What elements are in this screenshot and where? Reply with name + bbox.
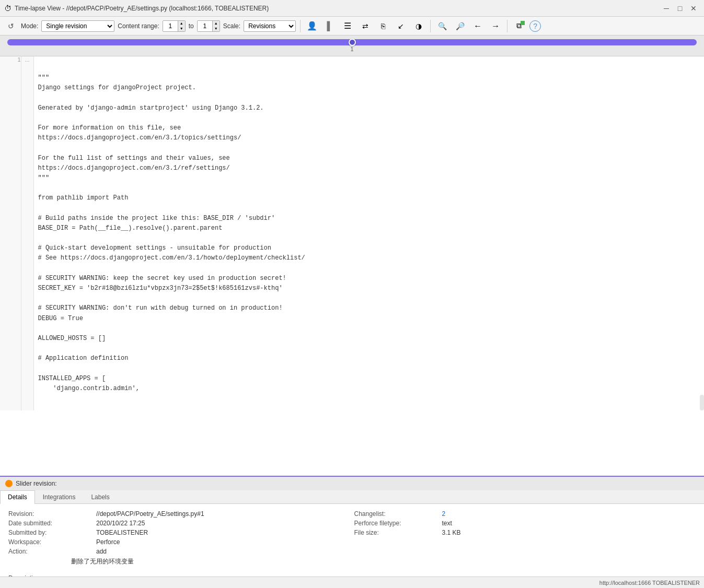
- bottom-panel: Slider revision: Details Integrations La…: [0, 476, 704, 588]
- changelist-link[interactable]: 2: [442, 510, 446, 518]
- to-label: to: [189, 22, 194, 30]
- code-table: 1 ... """ Django settings for djangoProj…: [0, 56, 704, 410]
- range-from-up-button[interactable]: ▲: [178, 21, 185, 26]
- slider-info: Slider revision:: [0, 477, 704, 490]
- filetype-label: Perforce filetype:: [354, 520, 438, 527]
- action-value: add: [96, 548, 350, 555]
- close-button[interactable]: ✕: [687, 3, 700, 14]
- separator-2: [430, 20, 431, 32]
- search-user-button[interactable]: 🔎: [453, 19, 467, 33]
- range-to-input[interactable]: [198, 21, 212, 31]
- changelist-label: Changelist:: [354, 510, 438, 518]
- refresh-button[interactable]: ↺: [4, 19, 18, 33]
- mode-label: Mode:: [21, 22, 38, 30]
- submitted-label: Submitted by:: [8, 529, 92, 536]
- revision-slider-thumb[interactable]: [349, 39, 356, 46]
- tab-details[interactable]: Details: [0, 490, 35, 504]
- description-chinese-text: 删除了无用的环境变量: [71, 558, 134, 565]
- column-button[interactable]: ▌: [322, 19, 337, 33]
- range-from-spinbox[interactable]: ▲ ▼: [163, 20, 186, 32]
- detail-tabs: Details Integrations Labels: [0, 490, 704, 504]
- title-bar: ⏱ Time-lapse View - //depot/PACP/Poetry_…: [0, 0, 704, 17]
- submitted-value: TOBEALISTENER: [96, 529, 350, 536]
- user-icon-button[interactable]: 👤: [305, 19, 319, 33]
- window-title: Time-lapse View - //depot/PACP/Poetry_AE…: [15, 5, 269, 12]
- diff-button[interactable]: ◑: [411, 19, 426, 33]
- slider-labels: 1: [5, 46, 699, 52]
- description-text-area: 删除了无用的环境变量: [71, 557, 696, 566]
- range-to-down-button[interactable]: ▼: [212, 26, 220, 31]
- separator-1: [300, 20, 301, 32]
- workspace-value: Perforce: [96, 538, 350, 546]
- empty-value-2: [442, 548, 696, 555]
- forward-button[interactable]: →: [488, 19, 503, 33]
- title-bar-left: ⏱ Time-lapse View - //depot/PACP/Poetry_…: [4, 4, 269, 13]
- empty-label-2: [354, 548, 438, 555]
- range-from-spin-buttons: ▲ ▼: [178, 21, 185, 31]
- fold-indicator[interactable]: ...: [21, 56, 33, 410]
- scrollbar-thumb[interactable]: [700, 395, 704, 410]
- range-from-down-button[interactable]: ▼: [178, 26, 185, 31]
- code-content: """ Django settings for djangoProject pr…: [33, 56, 704, 410]
- action-label: Action:: [8, 548, 92, 555]
- table-row: 1 ... """ Django settings for djangoProj…: [0, 56, 704, 410]
- changelist-value: 2: [442, 510, 696, 518]
- slider-dot: [5, 480, 13, 487]
- line-number: 1: [0, 56, 21, 410]
- refresh-icon: ↺: [8, 22, 14, 30]
- app-icon: ⏱: [4, 4, 11, 13]
- separator-3: [507, 20, 507, 32]
- list-button[interactable]: ☰: [340, 19, 355, 33]
- monitor-button[interactable]: ⧉: [512, 19, 526, 33]
- empty-label-1: [354, 538, 438, 546]
- minimize-button[interactable]: ─: [660, 3, 673, 14]
- share-button[interactable]: ⇄: [358, 19, 373, 33]
- range-from-input[interactable]: [163, 21, 178, 31]
- search-button[interactable]: 🔍: [435, 19, 449, 33]
- details-grid: Revision: //depot/PACP/Poetry_AE/setting…: [8, 510, 696, 555]
- filesize-label: File size:: [354, 529, 438, 536]
- history-button[interactable]: ↙: [394, 19, 408, 33]
- revision-value: //depot/PACP/Poetry_AE/settings.py#1: [96, 510, 350, 518]
- date-value: 2020/10/22 17:25: [96, 520, 350, 527]
- workspace-label: Workspace:: [8, 538, 92, 546]
- toolbar: ↺ Mode: Single revision Multiple revisio…: [0, 17, 704, 36]
- revision-slider-track[interactable]: [7, 39, 697, 45]
- back-button[interactable]: ←: [470, 19, 485, 33]
- scale-select[interactable]: Revisions Dates: [244, 20, 296, 32]
- tab-integrations[interactable]: Integrations: [35, 490, 84, 503]
- code-viewer: 1 ... """ Django settings for djangoProj…: [0, 56, 704, 476]
- range-to-spin-buttons: ▲ ▼: [212, 21, 220, 31]
- window-controls: ─ □ ✕: [660, 3, 700, 14]
- details-panel: Revision: //depot/PACP/Poetry_AE/setting…: [0, 504, 704, 588]
- revision-slider-area: 1: [0, 36, 704, 56]
- empty-value-1: [442, 538, 696, 546]
- mode-select[interactable]: Single revision Multiple revisions: [41, 20, 114, 32]
- scale-label: Scale:: [223, 22, 240, 30]
- help-button[interactable]: ?: [529, 20, 541, 32]
- filesize-value: 3.1 KB: [442, 529, 696, 536]
- maximize-button[interactable]: □: [674, 3, 686, 14]
- tab-labels[interactable]: Labels: [83, 490, 117, 503]
- revision-label: Revision:: [8, 510, 92, 518]
- status-bar: http://localhost:1666 TOBEALISTENER: [0, 577, 704, 588]
- copy-button[interactable]: ⎘: [376, 19, 390, 33]
- code-block: """ Django settings for djangoProject pr…: [34, 71, 705, 396]
- range-to-up-button[interactable]: ▲: [212, 21, 220, 26]
- main-content: 1 1 ... """ Django settings for djangoPr…: [0, 36, 704, 588]
- status-text: http://localhost:1666 TOBEALISTENER: [599, 580, 700, 586]
- date-label: Date submitted:: [8, 520, 92, 527]
- slider-label-1: 1: [351, 46, 354, 52]
- filetype-value: text: [442, 520, 696, 527]
- slider-revision-label: Slider revision:: [16, 480, 57, 487]
- content-range-label: Content range:: [118, 22, 159, 30]
- range-to-spinbox[interactable]: ▲ ▼: [197, 20, 220, 32]
